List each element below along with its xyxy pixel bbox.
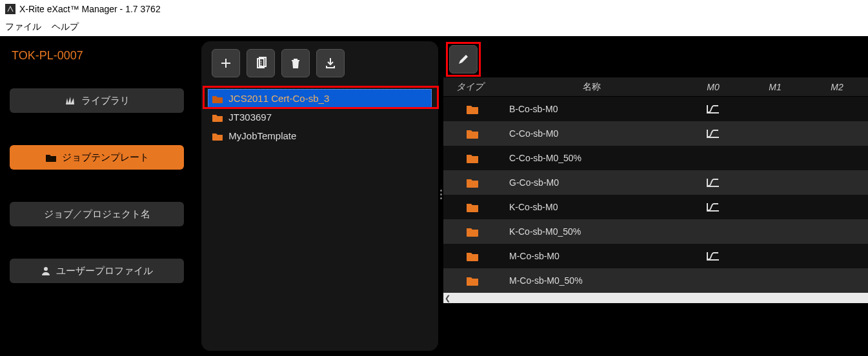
scroll-left-icon: ❮ [445,294,450,302]
col-m2[interactable]: M2 [806,82,868,92]
table-row[interactable]: C-Co-sb-M0_50% [443,146,868,170]
folder-row[interactable]: JT303697 [208,108,432,126]
folder-icon [466,177,479,188]
row-name: K-Co-sb-M0 [501,202,682,212]
panel-drag-handle[interactable] [440,190,442,199]
folder-icon [466,153,479,163]
delete-button[interactable] [281,49,310,77]
edit-button[interactable] [449,45,478,74]
trash-icon [289,57,302,70]
table-row[interactable]: C-Co-sb-M0 [443,121,868,146]
pencil-icon [457,53,470,66]
col-m1[interactable]: M1 [744,82,806,92]
folder-icon [212,94,223,103]
table-row[interactable]: G-Co-sb-M0 [443,170,868,195]
table-header: タイプ 名称 M0 M1 M2 [443,77,868,97]
row-type-icon [443,251,501,261]
row-name: M-Co-sb-M0_50% [501,275,682,286]
curve-icon [706,251,720,261]
folder-icon [466,128,479,139]
detail-panel: タイプ 名称 M0 M1 M2 B-Co-sb-M0C-Co-sb-M0C-Co… [443,41,868,351]
row-type-icon [443,177,501,188]
folder-icon [212,132,223,141]
curve-icon [706,128,720,139]
row-type-icon [443,202,501,212]
sidebar-user-profile-label: ユーザープロファイル [56,265,153,277]
row-type-icon [443,275,501,286]
row-m0 [682,177,744,188]
duplicate-button[interactable] [247,49,275,77]
folder-icon [466,202,479,212]
sidebar-user-profile-button[interactable]: ユーザープロファイル [10,259,184,283]
duplicate-icon [254,57,267,70]
row-name: C-Co-sb-M0_50% [501,153,682,163]
template-list-panel: JCS2011 Cert-Co-sb_3 JT303697 MyJobTempl… [201,41,438,351]
window-title: X-Rite eXact™ Manager - 1.7 3762 [19,4,161,14]
sidebar-library-button[interactable]: ライブラリ [10,88,184,113]
col-name[interactable]: 名称 [501,81,682,93]
row-name: B-Co-sb-M0 [501,104,682,114]
row-name: G-Co-sb-M0 [501,177,682,188]
table-body: B-Co-sb-M0C-Co-sb-M0C-Co-sb-M0_50%G-Co-s… [443,97,868,293]
folder-icon [466,104,479,114]
folder-row[interactable]: JCS2011 Cert-Co-sb_3 [208,89,432,108]
folder-name: JCS2011 Cert-Co-sb_3 [228,93,329,104]
menubar: ファイル ヘルプ [0,18,868,36]
row-type-icon [443,128,501,139]
plus-icon [219,57,232,70]
menu-help[interactable]: ヘルプ [52,21,79,33]
detail-toolbar [443,41,868,77]
row-type-icon [443,104,501,114]
table-row[interactable]: B-Co-sb-M0 [443,97,868,121]
svg-point-1 [44,267,48,271]
row-name: K-Co-sb-M0_50% [501,226,682,237]
row-m0 [682,128,744,139]
row-m0 [682,202,744,212]
device-id-label: TOK-PL-0007 [12,49,188,63]
row-type-icon [443,153,501,163]
app-body: TOK-PL-0007 ライブラリ ジョブテンプレート ジョブ／プロジェクト名 … [0,36,868,356]
row-m0 [682,251,744,261]
curve-icon [706,177,720,188]
curve-icon [706,104,720,114]
folder-icon [466,226,479,237]
table-row[interactable]: K-Co-sb-M0 [443,195,868,219]
curve-icon [706,202,720,212]
sidebar-job-template-button[interactable]: ジョブテンプレート [10,145,184,170]
folder-icon [212,113,223,122]
fan-icon [65,95,76,106]
template-toolbar [212,49,432,77]
folder-icon [45,153,57,162]
items-table: タイプ 名称 M0 M1 M2 B-Co-sb-M0C-Co-sb-M0C-Co… [443,77,868,351]
row-name: C-Co-sb-M0 [501,128,682,139]
download-icon [324,57,337,70]
menu-file[interactable]: ファイル [5,21,41,33]
sidebar-job-template-label: ジョブテンプレート [62,152,149,164]
folder-name: JT303697 [228,112,272,123]
folder-name: MyJobTemplate [228,130,296,141]
table-row[interactable]: M-Co-sb-M0 [443,244,868,268]
folder-icon [466,275,479,286]
sidebar-job-project-label: ジョブ／プロジェクト名 [44,208,150,221]
sidebar-job-project-button[interactable]: ジョブ／プロジェクト名 [10,202,184,226]
col-type[interactable]: タイプ [443,81,501,93]
row-type-icon [443,226,501,237]
import-button[interactable] [316,49,345,77]
add-button[interactable] [212,49,240,77]
folder-icon [466,251,479,261]
table-row[interactable]: K-Co-sb-M0_50% [443,219,868,244]
user-icon [41,266,51,276]
template-folder-list: JCS2011 Cert-Co-sb_3 JT303697 MyJobTempl… [208,89,432,145]
sidebar: TOK-PL-0007 ライブラリ ジョブテンプレート ジョブ／プロジェクト名 … [0,36,201,356]
row-m0 [682,104,744,114]
table-row[interactable]: M-Co-sb-M0_50% [443,268,868,293]
sidebar-library-label: ライブラリ [81,95,130,107]
col-m0[interactable]: M0 [682,82,744,92]
window-titlebar: X-Rite eXact™ Manager - 1.7 3762 [0,0,868,18]
horizontal-scrollbar[interactable]: ❮ [443,293,868,303]
highlight-annotation [446,42,481,77]
row-name: M-Co-sb-M0 [501,251,682,261]
app-logo-icon [5,4,15,14]
folder-row[interactable]: MyJobTemplate [208,126,432,145]
